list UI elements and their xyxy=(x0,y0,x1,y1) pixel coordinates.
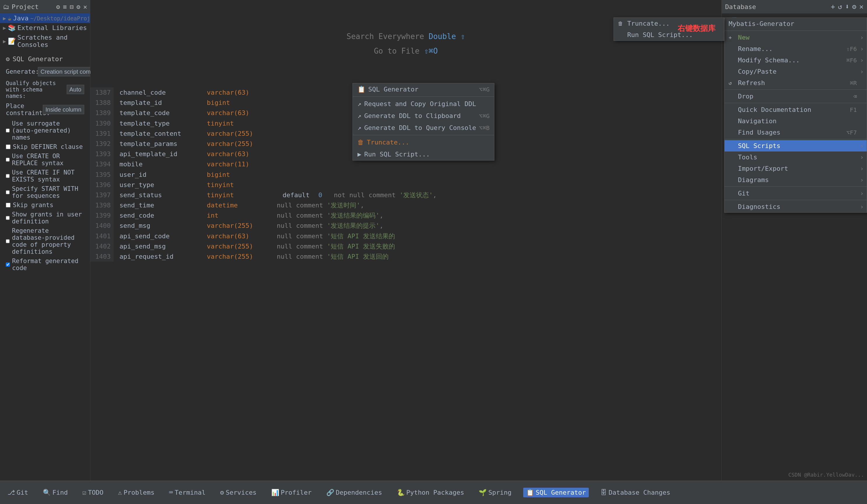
ctx-drop[interactable]: Drop ⌫ xyxy=(725,90,867,102)
project-icon: 🗂 xyxy=(3,3,9,10)
constraints-select[interactable]: Inside column xyxy=(43,105,84,114)
status-db-changes[interactable]: 🗄 Database Changes xyxy=(598,488,673,497)
ctx-sql-scripts[interactable]: SQL Scripts xyxy=(725,140,867,151)
sidebar-toolbar: ⚙ ≡ ⊟ ⚙ ✕ xyxy=(56,3,87,10)
db-filter-icon[interactable]: ⬇ xyxy=(845,3,849,11)
status-services[interactable]: ⚙ Services xyxy=(217,488,259,497)
popup-truncate[interactable]: 🗑 Truncate... xyxy=(353,136,494,148)
popup-gen-clipboard[interactable]: ↗ Generate DDL to Clipboard ⌥⌘G xyxy=(353,110,494,122)
reformat-checkbox[interactable] xyxy=(6,262,10,267)
arrow-icon: ▶ xyxy=(3,38,6,44)
line-numbers: 1387 1388 1389 1390 1391 1392 1393 1394 … xyxy=(90,87,114,261)
status-terminal[interactable]: ⌨ Terminal xyxy=(166,488,208,497)
db-settings-icon[interactable]: ⚙ xyxy=(852,3,856,11)
library-icon: 📚 xyxy=(8,24,16,31)
checkbox-ifnotexists[interactable]: Use CREATE IF NOT EXISTS syntax xyxy=(6,169,84,183)
ctx-divider-6 xyxy=(725,200,867,200)
problems-icon: ⚠ xyxy=(118,489,122,496)
popup-request-ddl[interactable]: ↗ Request and Copy Original DDL xyxy=(353,98,494,110)
db-toolbar-icons: + ↺ ⬇ ⚙ ✕ xyxy=(831,3,864,11)
terminal-icon: ⌨ xyxy=(169,489,173,496)
git-branch-icon: ⎇ xyxy=(8,489,15,496)
checkbox-definer[interactable]: Skip DEFINER clause xyxy=(6,143,84,150)
popup-divider2 xyxy=(353,135,494,135)
sql-generator-panel: ⚙ SQL Generator Generate: Creation scrip… xyxy=(0,50,90,280)
sql-generator-popup: 📋 SQL Generator ⌥⌘G ↗ Request and Copy O… xyxy=(353,83,494,161)
checkbox-showgrants[interactable]: Show grants in user definition xyxy=(6,211,84,225)
checkbox-skipgrants[interactable]: Skip grants xyxy=(6,202,84,208)
todo-icon: ☑ xyxy=(83,489,86,496)
main-context-menu: Mybatis-Generator + New Rename... ⇧F6 Mo… xyxy=(724,18,867,213)
db-close-icon[interactable]: ✕ xyxy=(859,3,864,11)
ctx-quick-doc[interactable]: Quick Documentation F1 xyxy=(725,104,867,115)
checkbox-replace[interactable]: Use CREATE OR REPLACE syntax xyxy=(6,153,84,167)
status-problems[interactable]: ⚠ Problems xyxy=(115,488,157,497)
popup-title-item: 📋 SQL Generator ⌥⌘G xyxy=(353,83,494,95)
collapse-icon[interactable]: ≡ xyxy=(63,3,67,10)
regenerate-checkbox[interactable] xyxy=(6,239,10,244)
ctx-diagnostics[interactable]: Diagnostics xyxy=(725,201,867,212)
skipgrants-checkbox[interactable] xyxy=(6,203,10,207)
status-sql-generator[interactable]: 📋 SQL Generator xyxy=(523,488,589,497)
new-icon: + xyxy=(729,34,735,41)
ctx-copy-paste[interactable]: Copy/Paste xyxy=(725,66,867,77)
qualify-row: Qualify objects with schema names: Auto xyxy=(6,80,84,99)
sidebar-item-scratches[interactable]: ▶ 📝 Scratches and Consoles xyxy=(0,33,90,50)
settings-icon[interactable]: ⚙ xyxy=(56,3,60,10)
ctx-refresh[interactable]: ↺ Refresh ⌘R xyxy=(725,77,867,88)
checkbox-regenerate[interactable]: Regenerate database-provided code of pro… xyxy=(6,227,84,255)
query-icon: ↗ xyxy=(357,124,361,131)
project-title: 🗂 Project xyxy=(3,3,39,10)
status-todo[interactable]: ☑ TODO xyxy=(79,488,106,497)
ctx-divider-3 xyxy=(725,103,867,103)
status-profiler[interactable]: 📊 Profiler xyxy=(268,488,315,497)
gear-icon[interactable]: ⚙ xyxy=(77,3,81,10)
startwith-checkbox[interactable] xyxy=(6,190,10,195)
split-icon[interactable]: ⊟ xyxy=(69,3,73,10)
watermark: CSDN @Rabir.YellowDav... xyxy=(788,472,864,478)
qualify-select[interactable]: Auto xyxy=(67,85,84,94)
ctx-diagrams[interactable]: Diagrams xyxy=(725,174,867,185)
ctx-rename[interactable]: Rename... ⇧F6 xyxy=(725,43,867,54)
generate-row: Generate: Creation script completely xyxy=(6,67,84,76)
gear-icon: ⚙ xyxy=(6,55,10,63)
ctx-find-usages[interactable]: Find Usages ⌥F7 xyxy=(725,127,867,138)
sidebar-item-external-libraries[interactable]: ▶ 📚 External Libraries xyxy=(0,23,90,33)
sql-gen-status-icon: 📋 xyxy=(526,489,534,496)
ctx-git[interactable]: Git xyxy=(725,187,867,199)
ctx-import-export[interactable]: Import/Export xyxy=(725,163,867,174)
status-git[interactable]: ⎇ Git xyxy=(5,488,31,497)
scratches-icon: 📝 xyxy=(8,37,16,45)
sql-gen-title: ⚙ SQL Generator xyxy=(6,55,84,63)
db-add-icon[interactable]: + xyxy=(831,3,835,11)
popup-gen-query[interactable]: ↗ Generate DDL to Query Console ⌥⌘B xyxy=(353,122,494,134)
ctx-modify-schema[interactable]: Modify Schema... ⌘F6 xyxy=(725,54,867,66)
db-refresh-icon[interactable]: ↺ xyxy=(838,3,842,11)
goto-file-hint: Go to File ⇧⌘O xyxy=(374,46,438,55)
run-icon: ▶ xyxy=(357,151,361,158)
status-spring[interactable]: 🌱 Spring xyxy=(476,488,514,497)
search-area: Search Everywhere Double ⇧ Go to File ⇧⌘… xyxy=(90,0,721,87)
profiler-icon: 📊 xyxy=(271,489,279,496)
ifnotexists-checkbox[interactable] xyxy=(6,174,10,178)
showgrants-checkbox[interactable] xyxy=(6,216,10,220)
ctx-tools[interactable]: Tools xyxy=(725,151,867,163)
status-find[interactable]: 🔍 Find xyxy=(40,488,71,497)
sql-gen-icon: 📋 xyxy=(357,86,365,93)
checkbox-surrogate[interactable]: Use surrogate (auto-generated) names xyxy=(6,120,84,141)
sidebar-item-java[interactable]: ▶ ☕ Java ~/Desktop/ideaProject/Java xyxy=(0,13,90,23)
ctx-divider-5 xyxy=(725,186,867,187)
popup-run-sql[interactable]: ▶ Run SQL Script... xyxy=(353,148,494,160)
checkbox-reformat[interactable]: Reformat generated code xyxy=(6,258,84,271)
surrogate-checkbox[interactable] xyxy=(6,128,10,133)
code-editor: Search Everywhere Double ⇧ Go to File ⇧⌘… xyxy=(90,0,721,481)
checkbox-startwith[interactable]: Specify START WITH for sequences xyxy=(6,185,84,199)
replace-checkbox[interactable] xyxy=(6,157,10,162)
ctx-navigation[interactable]: Navigation xyxy=(725,115,867,127)
status-python-packages[interactable]: 🐍 Python Packages xyxy=(394,488,467,497)
ctx-new[interactable]: + New xyxy=(725,32,867,43)
close-icon[interactable]: ✕ xyxy=(83,3,87,10)
definer-checkbox[interactable] xyxy=(6,144,10,149)
trash-icon: 🗑 xyxy=(357,139,364,146)
status-dependencies[interactable]: 🔗 Dependencies xyxy=(323,488,385,497)
